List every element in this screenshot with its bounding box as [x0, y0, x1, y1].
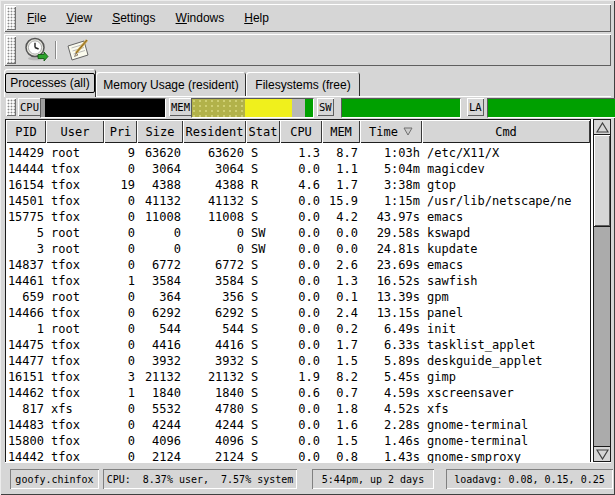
cell-pid: 14483	[6, 417, 46, 433]
cell-stat: SW	[246, 225, 280, 241]
column-header-cmd[interactable]: Cmd	[422, 120, 590, 143]
process-row[interactable]: 14442tfox021242124S0.00.81.43sgnome-smpr…	[6, 449, 590, 463]
cell-pri: 9	[104, 145, 137, 161]
toolbar-grip-handle[interactable]	[6, 36, 16, 64]
column-header-user[interactable]: User	[46, 120, 104, 143]
process-list-area: PIDUserPriSizeResidentStatCPUMEMTimeCmd …	[5, 119, 611, 462]
column-header-time[interactable]: Time	[360, 120, 422, 143]
cell-cmd: gimp	[422, 369, 590, 385]
column-header-mem[interactable]: MEM	[322, 120, 360, 143]
cell-resident: 0	[183, 225, 246, 241]
process-row[interactable]: 659root0364356S0.00.113.39sgpm	[6, 289, 590, 305]
column-header-pid[interactable]: PID	[6, 120, 46, 143]
process-row[interactable]: 14461tfox135843584S0.01.316.52ssawfish	[6, 273, 590, 289]
cell-cpu: 0.0	[280, 417, 322, 433]
edit-notepad-icon[interactable]	[65, 37, 91, 63]
cell-pid: 3	[6, 241, 46, 257]
column-header-cpu[interactable]: CPU	[280, 120, 322, 143]
process-row[interactable]: 14837tfox067726772S0.02.623.69semacs	[6, 257, 590, 273]
scrollbar-track[interactable]	[594, 135, 610, 446]
cell-cpu: 0.0	[280, 209, 322, 225]
process-row[interactable]: 16151tfox32113221132S1.98.25.45sgimp	[6, 369, 590, 385]
la-graph-button[interactable]: LA	[467, 98, 484, 116]
process-row[interactable]: 15800tfox040964096S0.01.51.46sgnome-term…	[6, 433, 590, 449]
cell-pid: 14475	[6, 337, 46, 353]
tab-memory-usage-resident[interactable]: Memory Usage (resident)	[96, 72, 246, 97]
column-header-resident[interactable]: Resident	[183, 120, 246, 143]
cell-cmd: magicdev	[422, 161, 590, 177]
mem-graph-button[interactable]: MEM	[169, 98, 192, 116]
usage-segment	[245, 99, 292, 117]
vertical-scrollbar[interactable]	[593, 119, 611, 462]
cell-mem: 1.3	[322, 273, 360, 289]
scrollbar-thumb[interactable]	[594, 135, 610, 227]
cell-pri: 0	[104, 209, 137, 225]
menu-item-settings[interactable]: Settings	[102, 11, 165, 25]
cell-mem: 1.1	[322, 161, 360, 177]
column-header-label: MEM	[330, 125, 352, 139]
process-row[interactable]: 14462tfox118401840S0.60.74.59sxscreensav…	[6, 385, 590, 401]
menu-item-windows[interactable]: Windows	[166, 11, 235, 25]
column-header-pri[interactable]: Pri	[104, 120, 137, 143]
cell-size: 63620	[137, 145, 183, 161]
tab-filesystems-free[interactable]: Filesystems (free)	[246, 72, 360, 97]
resource-grip-handle[interactable]	[6, 98, 16, 116]
sw-graph-button[interactable]: SW	[317, 98, 334, 116]
cell-resident: 6772	[183, 257, 246, 273]
cell-cmd: emacs	[422, 257, 590, 273]
cell-cmd: gnome-terminal	[422, 417, 590, 433]
menu-item-view[interactable]: View	[56, 11, 102, 25]
cell-cmd: panel	[422, 305, 590, 321]
menubar-grip-handle[interactable]	[6, 6, 16, 30]
cell-size: 3064	[137, 161, 183, 177]
cell-mem: 8.2	[322, 369, 360, 385]
process-row[interactable]: 14475tfox044164416S0.01.76.33stasklist_a…	[6, 337, 590, 353]
cell-mem: 0.1	[322, 289, 360, 305]
cell-mem: 0.2	[322, 321, 360, 337]
process-row[interactable]: 15775tfox01100811008S0.04.243.97semacs	[6, 209, 590, 225]
status-panel-2: 5:44pm, up 2 days	[312, 469, 434, 489]
scroll-up-button[interactable]	[594, 120, 610, 135]
process-row[interactable]: 14483tfox042444244S0.01.62.28sgnome-term…	[6, 417, 590, 433]
process-row[interactable]: 14429root96362063620S1.38.71:03h/etc/X11…	[6, 145, 590, 161]
scroll-down-button[interactable]	[594, 446, 610, 461]
cell-resident: 4096	[183, 433, 246, 449]
cpu-graph-button[interactable]: CPU	[18, 98, 41, 116]
cell-resident: 4244	[183, 417, 246, 433]
process-row[interactable]: 5root000SW0.00.029.58skswapd	[6, 225, 590, 241]
cell-mem: 8.7	[322, 145, 360, 161]
column-header-size[interactable]: Size	[137, 120, 183, 143]
process-row[interactable]: 817xfs055324780S0.01.84.52sxfs	[6, 401, 590, 417]
process-row[interactable]: 14444tfox030643064S0.01.15:04mmagicdev	[6, 161, 590, 177]
cell-stat: S	[246, 449, 280, 463]
cell-time: 1:15m	[360, 193, 422, 209]
column-header-stat[interactable]: Stat	[246, 120, 280, 143]
cell-pri: 3	[104, 369, 137, 385]
cell-user: xfs	[46, 401, 104, 417]
cell-size: 2124	[137, 449, 183, 463]
run-clock-icon[interactable]	[23, 37, 49, 63]
process-row[interactable]: 16154tfox1943884388R4.61.73:38mgtop	[6, 177, 590, 193]
process-row[interactable]: 14501tfox04113241132S0.015.91:15m/usr/li…	[6, 193, 590, 209]
cell-cpu: 0.0	[280, 353, 322, 369]
cell-cpu: 0.0	[280, 321, 322, 337]
menu-item-help[interactable]: Help	[234, 11, 279, 25]
tab-processes-all[interactable]: Processes (all)	[4, 69, 96, 97]
cell-cpu: 0.0	[280, 193, 322, 209]
cell-user: root	[46, 225, 104, 241]
process-table: PIDUserPriSizeResidentStatCPUMEMTimeCmd …	[5, 119, 591, 462]
cell-cmd: /etc/X11/X	[422, 145, 590, 161]
cell-cpu: 0.0	[280, 289, 322, 305]
process-row[interactable]: 14466tfox062926292S0.02.413.15spanel	[6, 305, 590, 321]
usage-segment	[45, 99, 165, 117]
cell-time: 3:38m	[360, 177, 422, 193]
cell-resident: 0	[183, 241, 246, 257]
process-row[interactable]: 1root0544544S0.00.26.49sinit	[6, 321, 590, 337]
mem-usage-bar	[191, 98, 314, 118]
status-panel-0: goofy.chinfox	[10, 469, 99, 489]
column-header-label: Pri	[110, 125, 132, 139]
cell-user: tfox	[46, 449, 104, 463]
process-row[interactable]: 14477tfox039323932S0.01.55.89sdeskguide_…	[6, 353, 590, 369]
process-row[interactable]: 3root000SW0.00.024.81skupdate	[6, 241, 590, 257]
menu-item-file[interactable]: File	[17, 11, 56, 25]
